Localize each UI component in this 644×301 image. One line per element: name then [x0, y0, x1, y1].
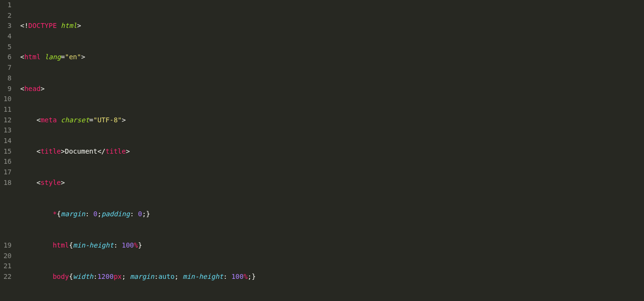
line-number: 10 — [2, 94, 12, 105]
code-editor[interactable]: 1 2 3 4 5 6 7 8 9 10 11 12 13 14 15 16 1… — [0, 0, 644, 301]
line-number: 20 — [2, 251, 12, 262]
code-area[interactable]: <!DOCTYPE html> <html lang="en"> <head> … — [16, 0, 644, 301]
line-number: 19 — [2, 240, 12, 251]
line-number: 17 — [2, 167, 12, 178]
line-number: 6 — [2, 52, 12, 63]
line-number: 14 — [2, 136, 12, 146]
code-line[interactable]: body{width:1200px; margin:auto; min-heig… — [20, 272, 644, 282]
line-number: 15 — [2, 146, 12, 157]
line-number: 5 — [2, 42, 12, 52]
line-number: 11 — [2, 105, 12, 115]
code-line[interactable]: html{min-height: 100%} — [20, 240, 644, 251]
line-number-gutter: 1 2 3 4 5 6 7 8 9 10 11 12 13 14 15 16 1… — [0, 0, 16, 301]
code-line[interactable]: <!DOCTYPE html> — [20, 21, 644, 31]
line-number: 8 — [2, 73, 12, 84]
code-line[interactable]: <html lang="en"> — [20, 52, 644, 63]
title-text: Document — [65, 147, 97, 155]
code-line[interactable]: <style> — [20, 178, 644, 188]
line-number: 2 — [2, 11, 12, 21]
line-number: 13 — [2, 125, 12, 136]
line-number: 7 — [2, 63, 12, 73]
line-number: 18 — [2, 178, 12, 240]
code-line[interactable]: <head> — [20, 84, 644, 94]
code-line[interactable]: <meta charset="UTF-8"> — [20, 115, 644, 126]
line-number: 1 — [2, 0, 12, 11]
line-number: 9 — [2, 84, 12, 94]
line-number: 16 — [2, 157, 12, 167]
code-line[interactable]: <title>Document</title> — [20, 146, 644, 157]
line-number: 22 — [2, 272, 12, 282]
line-number: 3 — [2, 21, 12, 31]
line-number: 12 — [2, 115, 12, 126]
line-number: 4 — [2, 31, 12, 42]
line-number: 21 — [2, 261, 12, 272]
code-line[interactable]: *{margin: 0;padding: 0;} — [20, 209, 644, 220]
